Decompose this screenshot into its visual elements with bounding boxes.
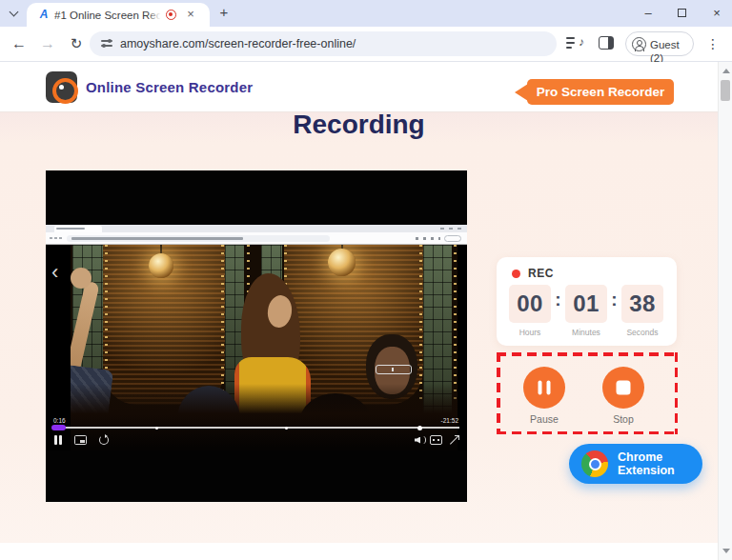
media-controls-icon[interactable]: ♪ [566,35,585,52]
scene-glasses [376,365,412,374]
player-progress-track[interactable] [53,427,459,429]
mini-browser-toolbar [46,232,467,245]
carousel-prev-icon[interactable]: ‹ [51,262,58,283]
stop-button[interactable] [602,367,644,409]
mini-profile-pill [444,235,461,242]
browser-toolbar: ← → ↻ amoyshare.com/screen-recorder-free… [0,27,732,62]
new-tab-button[interactable]: + [215,4,233,21]
url-text: amoyshare.com/screen-recorder-free-onlin… [120,37,356,51]
player-volume-icon[interactable] [415,435,423,445]
page-scrollbar[interactable] [718,62,732,560]
player-buffer-dot [417,426,422,430]
site-brand[interactable]: Online Screen Recorder [86,79,253,95]
scroll-down-icon[interactable] [722,549,730,553]
browser-tab[interactable]: A #1 Online Screen Recorde × [27,3,210,27]
dashed-border [497,352,678,356]
address-bar[interactable]: amoyshare.com/screen-recorder-free-onlin… [90,31,557,56]
scene-right-bar [458,245,467,450]
timer-seconds-label: Seconds [621,328,663,337]
player-remaining-time: -21:52 [441,417,458,425]
next-section-strip [0,543,732,560]
timer-minutes: 01 [565,285,607,323]
site-logo-icon[interactable] [46,71,77,103]
side-panel-icon[interactable] [599,36,614,50]
controls-highlight-box: Pause Stop [497,352,678,434]
window-maximize-button[interactable] [673,5,692,22]
mini-window-controls [440,228,463,230]
player-pip-icon[interactable] [74,435,87,445]
timer-seconds: 38 [621,285,663,323]
profile-label: Guest (2) [650,38,693,65]
player-current-time: 0:16 [53,417,66,425]
player-progress-played[interactable] [51,425,66,430]
pause-icon [539,381,551,395]
reload-icon[interactable]: ↻ [65,32,88,55]
profile-avatar-icon [632,37,646,51]
browser-window: A #1 Online Screen Recorde × + – × ← → ↻… [0,0,732,560]
pause-button-label: Pause [516,413,573,425]
mini-browser-tabstrip [46,225,467,232]
dashed-border [675,352,679,434]
pause-button[interactable] [523,367,565,409]
dashed-border [497,431,678,435]
timer-hours: 00 [509,285,551,323]
player-chapter-marker [285,427,288,430]
site-header: Online Screen Recorder Pro Screen Record… [0,62,732,112]
player-pause-icon[interactable] [54,435,63,445]
scene-discoball [328,249,356,276]
amoyshare-favicon-icon: A [37,8,51,21]
scene-string-lights [221,245,224,399]
player-chapter-marker [155,427,158,430]
stop-button-label: Stop [595,413,652,425]
rec-timer-card: REC 00 : 01 : 38 Hours Minutes Seconds [497,257,677,346]
recording-preview: ‹ 0:16 -21:52 [46,170,467,502]
scene-discoball-stem [160,245,162,253]
timer-separator: : [607,290,621,310]
timer-minutes-label: Minutes [565,328,607,337]
scene-fist [71,268,92,289]
dashed-border [497,352,500,434]
scrollbar-thumb[interactable] [721,80,730,101]
mini-toolbar-icons [416,237,440,240]
player-captions-icon[interactable] [430,435,442,445]
mini-address-bar [67,235,330,242]
player-replay-icon[interactable] [99,435,109,445]
timer-hours-label: Hours [509,328,551,337]
forward-icon: → [36,32,59,55]
stop-icon [617,381,631,395]
tab-recording-indicator-icon [166,10,176,20]
player-fullscreen-icon[interactable] [450,435,459,445]
browser-menu-icon[interactable]: ⋮ [705,33,721,54]
mini-browser-tab [54,226,102,232]
page-title: Recording [0,110,718,140]
scene-string-lights [454,245,457,399]
video-scene [46,245,467,450]
scene-discoball [149,253,173,278]
rec-dot-icon [512,270,520,278]
tab-title: #1 Online Screen Recorde [54,9,163,22]
profile-button[interactable]: Guest (2) [625,31,694,56]
window-minimize-button[interactable]: – [639,5,658,22]
scene-bottom-fade [46,384,467,450]
chrome-extension-label: Chrome Extension [618,450,675,477]
tab-close-icon[interactable]: × [183,7,198,22]
pro-screen-recorder-button[interactable]: Pro Screen Recorder [527,79,674,105]
page-content: Recording [0,112,732,543]
tab-strip: A #1 Online Screen Recorde × + – × [0,0,732,27]
back-icon[interactable]: ← [8,32,30,55]
tab-search-chevron-icon[interactable] [7,8,20,21]
scroll-up-icon[interactable] [722,69,730,73]
mini-nav-icons [50,237,63,239]
timer-separator: : [551,290,565,310]
tab-title-fade [148,7,164,24]
rec-label: REC [528,267,554,280]
site-settings-icon[interactable] [101,39,112,49]
window-close-button[interactable]: × [707,5,726,22]
chrome-extension-button[interactable]: Chrome Extension [569,444,702,484]
window-controls: – × [639,0,726,27]
scene-string-lights [419,245,422,399]
chrome-logo-icon [581,450,608,477]
